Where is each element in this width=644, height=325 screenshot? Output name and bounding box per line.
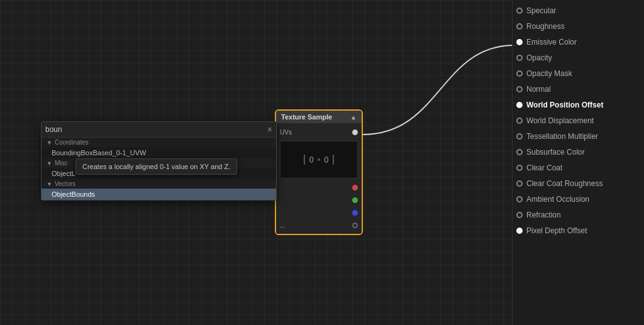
pin-uvs[interactable] — [352, 129, 358, 135]
tex-dot-center — [318, 158, 320, 161]
category-arrow-misc: ▼ — [47, 160, 52, 167]
search-item-boundingboxbased[interactable]: BoundingBoxBased_0-1_UVW — [42, 147, 276, 158]
pin-label-uvs: UVs — [280, 129, 292, 136]
pin-refraction — [516, 212, 523, 218]
node-body: UVs 0 0 ... — [276, 123, 362, 234]
pin-row-green — [276, 194, 362, 206]
pin-ambient-occlusion — [516, 196, 523, 202]
search-item-objectbounds[interactable]: ObjectBounds — [42, 189, 276, 200]
pin-normal — [516, 86, 523, 92]
material-input-specular[interactable]: Specular — [513, 3, 644, 18]
pin-roughness — [516, 23, 523, 30]
material-input-pixel-depth[interactable]: Pixel Depth Offset — [513, 223, 644, 238]
pin-opacity-mask — [516, 70, 523, 77]
material-input-opacity-mask[interactable]: Opacity Mask — [513, 65, 644, 81]
pin-green[interactable] — [352, 197, 358, 203]
material-input-subsurface[interactable]: Subsurface Color — [513, 144, 644, 160]
pin-clear-coat — [516, 165, 523, 171]
category-arrow-vectors: ▼ — [47, 181, 52, 187]
pin-opacity — [516, 55, 523, 61]
texture-sample-node: Texture Sample ▲ UVs 0 0 . — [275, 109, 363, 235]
category-coordinates: ▼ Coordinates — [42, 138, 276, 147]
material-input-opacity[interactable]: Opacity — [513, 50, 644, 65]
label-ambient-occlusion: Ambient Occlusion — [526, 195, 589, 204]
label-refraction: Refraction — [526, 211, 561, 219]
tex-zero-1: 0 — [309, 155, 314, 165]
label-emissive: Emissive Color — [526, 38, 577, 47]
material-input-clear-coat-roughness[interactable]: Clear Coat Roughness — [513, 175, 644, 191]
category-arrow-coordinates: ▼ — [47, 140, 52, 146]
texture-preview: 0 0 — [280, 141, 358, 179]
label-normal: Normal — [526, 85, 551, 94]
pin-clear-coat-roughness — [516, 180, 523, 187]
node-collapse-button[interactable]: ▲ — [350, 114, 357, 121]
pin-specular — [516, 8, 523, 14]
tooltip-text: Creates a locally aligned 0-1 value on X… — [82, 163, 230, 170]
label-specular: Specular — [526, 6, 556, 15]
category-vectors: ▼ Vectors — [42, 179, 276, 189]
material-input-world-position-offset[interactable]: World Position Offset — [513, 97, 644, 113]
pin-label-more: ... — [280, 222, 285, 229]
category-label-misc: Misc — [55, 160, 68, 167]
material-input-tessellation[interactable]: Tessellation Multiplier — [513, 128, 644, 144]
pin-alpha[interactable] — [352, 223, 358, 228]
label-world-position-offset: World Position Offset — [526, 101, 603, 109]
node-header: Texture Sample ▲ — [276, 111, 362, 123]
tex-line-left — [304, 155, 305, 165]
label-clear-coat: Clear Coat — [526, 163, 562, 172]
material-input-ambient-occlusion[interactable]: Ambient Occlusion — [513, 191, 644, 207]
search-close-button[interactable]: × — [267, 124, 272, 135]
material-input-emissive[interactable]: Emissive Color — [513, 34, 644, 50]
material-input-world-displacement[interactable]: World Displacement — [513, 113, 644, 128]
label-roughness: Roughness — [526, 22, 565, 31]
category-label-vectors: Vectors — [55, 180, 75, 187]
label-tessellation: Tessellation Multiplier — [526, 132, 598, 141]
tex-zero-2: 0 — [324, 155, 329, 165]
label-pixel-depth: Pixel Depth Offset — [526, 226, 587, 235]
pin-tessellation — [516, 133, 523, 140]
material-input-clear-coat[interactable]: Clear Coat — [513, 160, 644, 175]
pin-world-position-offset — [516, 102, 523, 108]
pin-row-blue — [276, 206, 362, 219]
pin-blue[interactable] — [352, 210, 358, 216]
tex-line-right — [333, 155, 334, 165]
material-input-normal[interactable]: Normal — [513, 81, 644, 97]
tooltip: Creates a locally aligned 0-1 value on X… — [75, 158, 237, 175]
label-subsurface: Subsurface Color — [526, 148, 585, 157]
category-label-coordinates: Coordinates — [55, 139, 89, 146]
search-input-row: × — [42, 122, 276, 138]
label-opacity-mask: Opacity Mask — [526, 69, 572, 78]
pin-row-gray: ... — [276, 219, 362, 231]
material-input-roughness[interactable]: Roughness — [513, 18, 644, 34]
label-opacity: Opacity — [526, 53, 552, 62]
material-panel: Specular Roughness Emissive Color Opacit… — [512, 0, 644, 325]
search-input[interactable] — [45, 125, 265, 134]
material-input-refraction[interactable]: Refraction — [513, 207, 644, 223]
node-title: Texture Sample — [281, 113, 332, 121]
pin-row-red — [276, 181, 362, 194]
pin-world-displacement — [516, 118, 523, 124]
pin-row-uvs: UVs — [276, 126, 362, 138]
label-world-displacement: World Displacement — [526, 116, 594, 125]
pin-red[interactable] — [352, 185, 358, 190]
label-clear-coat-roughness: Clear Coat Roughness — [526, 179, 602, 188]
pin-subsurface — [516, 149, 523, 155]
pin-emissive — [516, 39, 523, 45]
pin-pixel-depth — [516, 228, 523, 234]
